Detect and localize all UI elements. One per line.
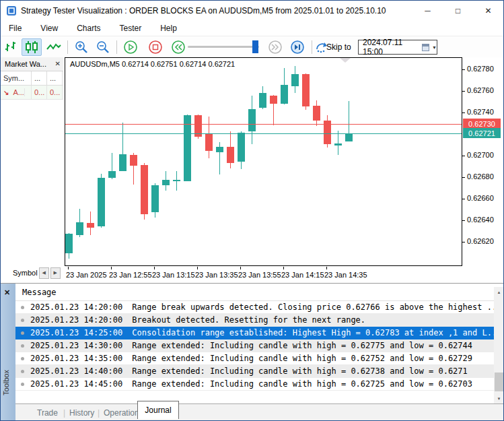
rewind-icon[interactable]: [170, 38, 187, 56]
price-level-badge: 0.62730: [463, 119, 501, 129]
speed-slider[interactable]: [188, 46, 259, 48]
tab-scroll-right-icon[interactable]: ▶: [50, 267, 61, 279]
journal-row[interactable]: 2025.01.23 14:25:00Consolidation range e…: [15, 327, 494, 339]
journal-time: 2025.01.23 14:25:00: [30, 328, 122, 337]
column-bid[interactable]: ...: [32, 71, 47, 85]
play-icon[interactable]: [122, 38, 139, 56]
market-watch-panel: Market Wa... ✕ Sym... ... ... ↘A... 0...…: [1, 57, 63, 266]
menu-help[interactable]: Help: [151, 21, 186, 36]
journal-bullet-icon: [21, 319, 24, 322]
candle-body: [248, 109, 256, 131]
market-watch-row[interactable]: ↘A... 0... 0...: [1, 86, 63, 100]
time-tick-label: 23 Jan 2025: [66, 271, 107, 279]
price-level-line[interactable]: [65, 133, 462, 134]
candle-body: [313, 106, 320, 121]
menu-tester[interactable]: Tester: [110, 21, 151, 36]
menu-bar: File View Charts Tester Help: [1, 21, 503, 36]
market-watch-header[interactable]: Market Wa... ✕: [1, 57, 63, 71]
time-tick-label: 23 Jan 13:35: [195, 271, 238, 279]
journal-time: 2025.01.23 14:45:00: [30, 379, 122, 389]
journal-row[interactable]: 2025.01.23 14:20:00Breakout detected. Re…: [15, 314, 494, 327]
price-tick-label: 0.62700: [467, 151, 494, 159]
maximize-button[interactable]: □: [443, 1, 473, 21]
tab-journal[interactable]: Journal: [137, 401, 179, 419]
journal-row[interactable]: 2025.01.23 14:35:00Range extended: Inclu…: [15, 352, 494, 365]
candle-body: [141, 165, 148, 214]
toolbox-close-icon[interactable]: ✕: [4, 288, 10, 297]
price-tick-label: 0.62640: [467, 216, 494, 224]
line-chart-icon[interactable]: [45, 38, 63, 56]
stop-icon[interactable]: [147, 38, 164, 56]
candle-body: [151, 185, 159, 212]
journal-message: Range extended: Including candle with hi…: [132, 379, 494, 389]
scrollbar-thumb[interactable]: [495, 373, 503, 391]
chart-canvas[interactable]: AUDUSDm,M5 0.62714 0.62751 0.62714 0.627…: [65, 57, 462, 266]
scroll-up-icon[interactable]: ▲: [494, 287, 504, 297]
candlestick-chart-icon[interactable]: [22, 38, 42, 56]
column-ask[interactable]: ...: [47, 71, 63, 85]
minimize-button[interactable]: ─: [412, 1, 443, 21]
zoom-out-icon[interactable]: [94, 38, 112, 56]
journal-message: Breakout detected. Resetting for the nex…: [132, 315, 494, 325]
time-axis[interactable]: 23 Jan 202523 Jan 12:5523 Jan 13:1523 Ja…: [65, 267, 504, 283]
journal-row[interactable]: 2025.01.23 14:20:00Range break upwards d…: [15, 301, 494, 314]
price-level-badge: 0.62721: [463, 128, 501, 138]
journal-message: Range extended: Including candle with hi…: [132, 354, 494, 363]
candle-body: [173, 180, 180, 181]
journal-message: Consolidation range established: Highest…: [132, 328, 494, 337]
column-symbol[interactable]: Sym...: [1, 71, 32, 85]
candle-body: [87, 223, 94, 228]
candle-body: [205, 133, 213, 151]
journal-message: Range break upwards detected. Closing pr…: [132, 302, 494, 312]
candle-body: [98, 178, 105, 226]
zoom-in-icon[interactable]: [73, 38, 90, 56]
tab-trade[interactable]: Trade: [37, 408, 58, 418]
journal-bullet-icon: [21, 344, 24, 348]
journal-bullet-icon: [21, 383, 24, 386]
price-tick-label: 0.62660: [467, 194, 494, 202]
fast-forward-icon: [266, 38, 284, 56]
candle-body: [162, 180, 170, 185]
candle-body: [238, 133, 245, 162]
candle-body: [291, 74, 299, 86]
dropdown-arrow-icon[interactable]: ▼: [432, 45, 437, 50]
menu-file[interactable]: File: [1, 21, 31, 36]
slider-handle[interactable]: [252, 40, 258, 53]
journal-bullet-icon: [21, 357, 24, 360]
candle-body: [216, 147, 223, 152]
step-forward-icon[interactable]: [289, 38, 306, 56]
skip-to-label: Skip to: [326, 42, 351, 52]
candle-body: [119, 154, 127, 171]
toolbox-tabs: Trade | History | Operations Journal: [15, 403, 504, 421]
chart-drop-marker-icon: [340, 58, 351, 63]
tab-symbol[interactable]: Symbol: [13, 269, 38, 277]
window-title: Strategy Tester Visualization : ORDER BL…: [21, 6, 386, 15]
tab-scroll-left-icon[interactable]: ◀: [39, 267, 49, 279]
candle-body: [76, 222, 83, 235]
tab-history[interactable]: History: [69, 408, 94, 418]
price-axis[interactable]: 0.627800.627600.627400.627000.626800.626…: [462, 57, 504, 266]
time-tick-label: 23 Jan 14:35: [324, 271, 367, 279]
journal-row[interactable]: 2025.01.23 14:30:00Range extended: Inclu…: [15, 339, 494, 352]
bid-cell: 0...: [32, 86, 47, 99]
journal-scrollbar[interactable]: ▲ ▼: [494, 287, 504, 403]
menu-view[interactable]: View: [31, 21, 67, 36]
menu-charts[interactable]: Charts: [67, 21, 110, 36]
journal-row[interactable]: 2025.01.23 14:45:00Range extended: Inclu…: [15, 378, 494, 391]
bar-chart-icon[interactable]: [3, 38, 20, 56]
journal-message-header[interactable]: Message: [15, 284, 494, 301]
strategy-tester-window: Strategy Tester Visualization : ORDER BL…: [0, 0, 504, 421]
price-tick-label: 0.62780: [467, 65, 494, 73]
market-watch-tabs: Symbol ◀ ▶: [1, 265, 63, 280]
candle-body: [227, 147, 234, 163]
price-level-line[interactable]: [65, 124, 462, 125]
scroll-down-icon[interactable]: ▼: [494, 393, 504, 403]
journal-row[interactable]: 2025.01.23 14:40:00Range extended: Inclu…: [15, 365, 494, 378]
journal-bullet-icon: [21, 306, 24, 309]
close-button[interactable]: ✕: [473, 1, 503, 21]
toolbox-panel: ✕ Toolbox Message 2025.01.23 14:20:00Ran…: [1, 283, 504, 421]
time-tick-label: 23 Jan 13:55: [238, 271, 281, 279]
candle-body: [108, 171, 116, 178]
market-watch-close-icon[interactable]: ✕: [55, 60, 61, 67]
skip-date-input[interactable]: 2024.07.11 15:00 ▼: [358, 40, 437, 55]
